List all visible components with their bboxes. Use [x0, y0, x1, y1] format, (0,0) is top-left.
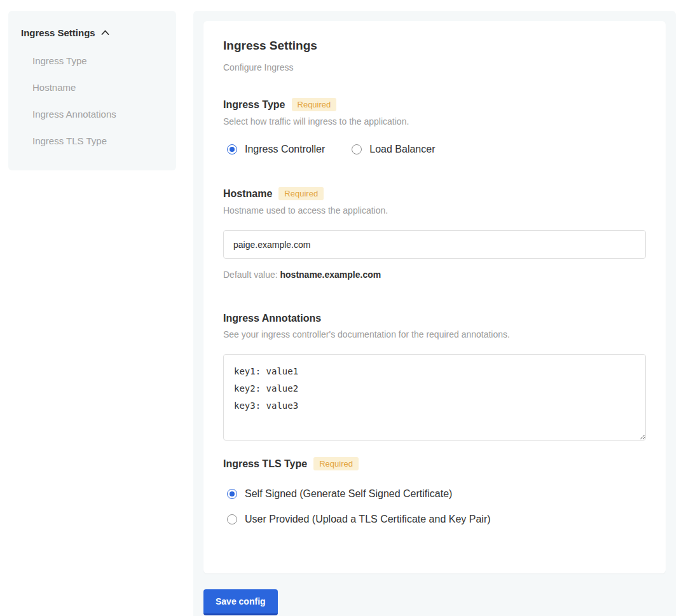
config-sidebar: Ingress Settings Ingress Type Hostname I… [8, 11, 176, 170]
ingress-type-radio-group: Ingress Controller Load Balancer [223, 144, 646, 155]
chevron-up-icon [101, 30, 109, 36]
hostname-input[interactable] [223, 230, 646, 259]
required-badge: Required [313, 457, 359, 470]
card-subtitle: Configure Ingress [223, 62, 646, 72]
default-value-text: hostname.example.com [280, 270, 381, 280]
section-help-hostname: Hostname used to access the application. [223, 205, 646, 216]
page: Ingress Settings Ingress Type Hostname I… [0, 0, 693, 616]
required-badge: Required [278, 187, 324, 200]
tls-type-radio-group: Self Signed (Generate Self Signed Certif… [223, 488, 646, 525]
save-config-button[interactable]: Save config [203, 589, 278, 615]
section-title-ingress-annotations: Ingress Annotations [223, 313, 321, 324]
ingress-annotations-textarea[interactable]: key1: value1 key2: value2 key3: value3 [223, 354, 646, 441]
section-title-ingress-type: Ingress Type [223, 99, 285, 111]
radio-selected-icon [227, 144, 237, 154]
radio-label: User Provided (Upload a TLS Certificate … [245, 514, 491, 525]
radio-ingress-controller[interactable]: Ingress Controller [227, 144, 325, 155]
section-help-ingress-type: Select how traffic will ingress to the a… [223, 116, 646, 127]
radio-unselected-icon [227, 514, 237, 524]
sidebar-group-label: Ingress Settings [21, 27, 95, 38]
required-badge: Required [292, 98, 337, 111]
section-hostname: Hostname Required Hostname used to acces… [223, 187, 646, 280]
sidebar-item-ingress-tls-type[interactable]: Ingress TLS Type [32, 136, 163, 146]
section-ingress-type-header: Ingress Type Required [223, 98, 646, 111]
radio-unselected-icon [352, 144, 362, 154]
radio-user-provided[interactable]: User Provided (Upload a TLS Certificate … [227, 514, 646, 525]
section-tls-header: Ingress TLS Type Required [223, 457, 646, 470]
sidebar-item-ingress-type[interactable]: Ingress Type [32, 56, 163, 66]
hostname-default-value: Default value: hostname.example.com [223, 270, 646, 280]
section-ingress-tls-type: Ingress TLS Type Required Self Signed (G… [223, 457, 646, 525]
sidebar-group-ingress-settings[interactable]: Ingress Settings [21, 27, 163, 38]
radio-load-balancer[interactable]: Load Balancer [352, 144, 435, 155]
radio-label: Self Signed (Generate Self Signed Certif… [245, 488, 452, 500]
sidebar-item-list: Ingress Type Hostname Ingress Annotation… [32, 56, 163, 146]
section-title-hostname: Hostname [223, 188, 272, 200]
section-title-ingress-tls-type: Ingress TLS Type [223, 458, 307, 470]
card-title: Ingress Settings [223, 39, 646, 53]
radio-label: Ingress Controller [245, 144, 325, 155]
radio-label: Load Balancer [369, 144, 435, 155]
section-hostname-header: Hostname Required [223, 187, 646, 200]
sidebar-item-ingress-annotations[interactable]: Ingress Annotations [32, 109, 163, 120]
section-ingress-annotations: Ingress Annotations See your ingress con… [223, 313, 646, 441]
section-ingress-type: Ingress Type Required Select how traffic… [223, 98, 646, 155]
config-panel: Ingress Settings Configure Ingress Ingre… [193, 11, 676, 616]
radio-selected-icon [227, 489, 237, 499]
section-help-ingress-annotations: See your ingress controller's documentat… [223, 329, 646, 339]
sidebar-item-hostname[interactable]: Hostname [32, 83, 163, 93]
section-annotations-header: Ingress Annotations [223, 313, 646, 324]
radio-self-signed[interactable]: Self Signed (Generate Self Signed Certif… [227, 488, 646, 500]
default-value-prefix: Default value: [223, 270, 278, 280]
config-card: Ingress Settings Configure Ingress Ingre… [203, 21, 666, 573]
